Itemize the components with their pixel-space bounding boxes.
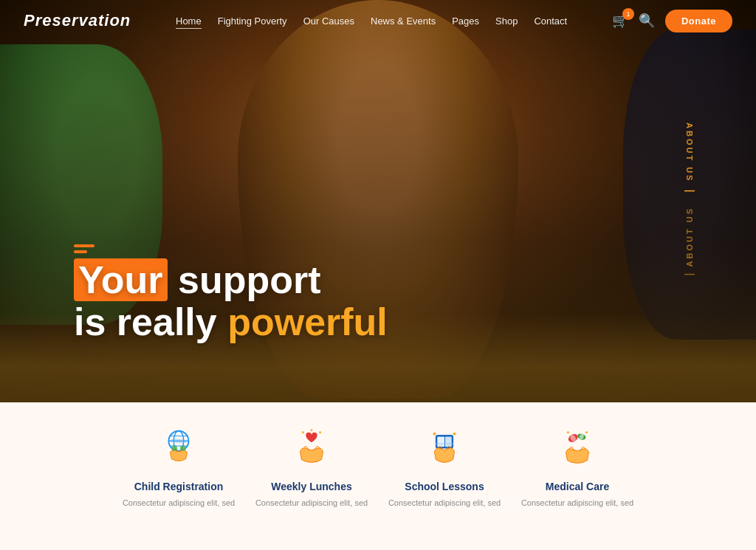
deco-lines [74, 244, 94, 253]
service-title-school-lessons: School Lessons [405, 481, 484, 492]
service-desc-weekly-lunches: Consectetur adipiscing elit, sed [255, 497, 368, 509]
medical-hands-icon [554, 424, 601, 472]
nav-item-news-events[interactable]: News & Events [371, 14, 436, 27]
nav-link-shop[interactable]: Shop [495, 16, 518, 27]
about-rotate-decoration: ABOUT US — ABOUT US — [645, 91, 734, 312]
nav-link-home[interactable]: Home [176, 16, 202, 29]
hero-title-highlight: Your [74, 258, 168, 301]
svg-rect-12 [445, 437, 452, 447]
hero-title-powerful: powerful [227, 300, 388, 343]
hearts-hands-icon [288, 424, 335, 472]
globe-hands-icon [155, 424, 202, 472]
svg-point-5 [171, 445, 177, 451]
nav-item-contact[interactable]: Contact [534, 14, 567, 27]
svg-point-20 [567, 431, 569, 433]
hero-decoration [74, 244, 388, 253]
svg-point-9 [311, 429, 313, 431]
deco-line-1 [74, 244, 94, 247]
donate-button[interactable]: Donate [665, 10, 732, 32]
about-dash-1: — [684, 185, 695, 196]
about-us-text-1: ABOUT US [685, 123, 694, 182]
svg-point-21 [585, 431, 588, 433]
services-section: Child Registration Consectetur adipiscin… [0, 402, 756, 550]
service-desc-school-lessons: Consectetur adipiscing elit, sed [388, 497, 501, 509]
nav-link-fighting-poverty[interactable]: Fighting Poverty [218, 16, 287, 27]
about-us-text-2: ABOUT US [685, 207, 694, 267]
service-card-weekly-lunches[interactable]: Weekly Lunches Consectetur adipiscing el… [245, 424, 378, 509]
svg-point-15 [453, 433, 456, 436]
cart-icon[interactable]: 🛒 1 [612, 13, 628, 29]
nav-item-home[interactable]: Home [176, 14, 202, 27]
service-card-medical-care[interactable]: Medical Care Consectetur adipiscing elit… [511, 424, 644, 509]
book-hand-icon [421, 424, 468, 472]
deco-line-2 [74, 250, 87, 253]
service-card-school-lessons[interactable]: School Lessons Consectetur adipiscing el… [378, 424, 511, 509]
navbar: Preservation Home Fighting Poverty Our C… [0, 0, 756, 41]
svg-rect-11 [437, 437, 444, 447]
cart-badge: 1 [622, 8, 634, 20]
svg-point-8 [319, 431, 321, 433]
nav-item-pages[interactable]: Pages [452, 14, 479, 27]
nav-item-fighting-poverty[interactable]: Fighting Poverty [218, 14, 287, 27]
nav-link-news-events[interactable]: News & Events [371, 16, 436, 27]
svg-point-7 [302, 431, 304, 433]
service-title-weekly-lunches: Weekly Lunches [271, 481, 351, 492]
nav-link-pages[interactable]: Pages [452, 16, 479, 27]
nav-actions: 🛒 1 🔍 Donate [612, 10, 732, 32]
svg-point-14 [433, 433, 436, 436]
nav-item-our-causes[interactable]: Our Causes [303, 14, 354, 27]
hero-title: Your support is really powerful [74, 259, 388, 343]
about-dash-2: — [684, 268, 695, 280]
svg-point-6 [180, 445, 186, 451]
hero-title-line2-static: is really [74, 300, 227, 343]
hero-title-part2: support [168, 258, 321, 301]
service-desc-child-registration: Consectetur adipiscing elit, sed [123, 497, 235, 509]
nav-link-our-causes[interactable]: Our Causes [303, 16, 354, 27]
search-icon[interactable]: 🔍 [639, 13, 655, 29]
brand-logo[interactable]: Preservation [24, 11, 131, 30]
service-title-medical-care: Medical Care [546, 481, 609, 492]
nav-item-shop[interactable]: Shop [495, 14, 518, 27]
hero-content: Your support is really powerful [74, 244, 388, 343]
service-desc-medical-care: Consectetur adipiscing elit, sed [521, 497, 633, 509]
nav-links: Home Fighting Poverty Our Causes News & … [176, 14, 567, 27]
service-title-child-registration: Child Registration [134, 481, 224, 492]
hero-section: Preservation Home Fighting Poverty Our C… [0, 0, 756, 402]
service-card-child-registration[interactable]: Child Registration Consectetur adipiscin… [112, 424, 245, 509]
nav-link-contact[interactable]: Contact [534, 16, 567, 27]
